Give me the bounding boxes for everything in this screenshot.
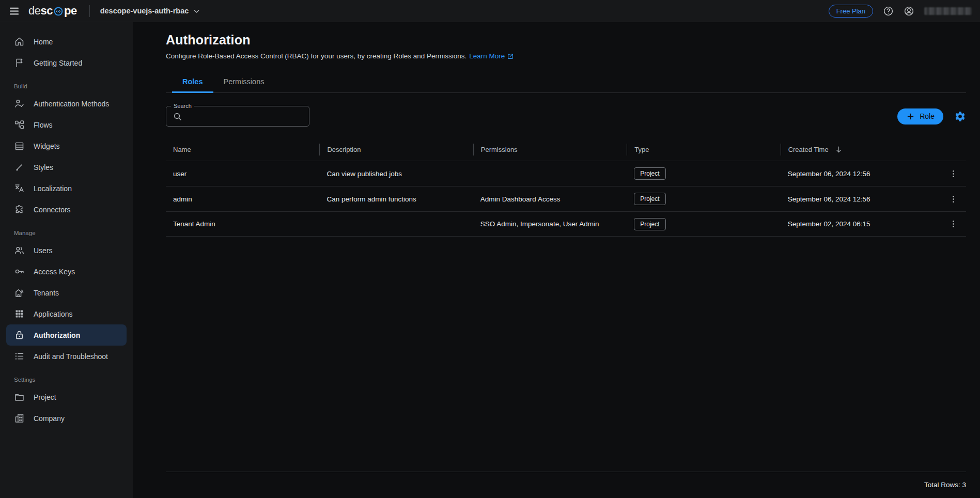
sidebar-item-localization[interactable]: Localization — [6, 178, 127, 199]
add-role-button[interactable]: Role — [897, 108, 943, 125]
cell-type: Project — [627, 193, 780, 205]
topbar-right: Free Plan — [829, 5, 972, 18]
sidebar-item-authorization[interactable]: Authorization — [6, 324, 127, 346]
page-title: Authorization — [166, 33, 966, 48]
search-icon — [173, 112, 182, 121]
project-switcher[interactable]: descope-vuejs-auth-rbac — [100, 7, 201, 15]
roles-table: Name Description Permissions Type Create… — [166, 138, 966, 237]
sidebar-item-label: Users — [34, 246, 53, 255]
row-menu-button[interactable] — [945, 166, 961, 181]
cell-name: Tenant Admin — [166, 220, 319, 228]
cell-description: Can view published jobs — [319, 170, 473, 178]
username-redacted[interactable] — [924, 7, 972, 15]
sidebar-item-label: Home — [34, 38, 53, 46]
sidebar-item-label: Getting Started — [34, 59, 82, 67]
sidebar-item-company[interactable]: Company — [6, 408, 127, 429]
row-menu-button[interactable] — [945, 191, 961, 207]
sidebar-item-flows[interactable]: Flows — [6, 114, 127, 135]
created-time-value: September 06, 2024 12:56 — [788, 170, 870, 178]
project-name: descope-vuejs-auth-rbac — [100, 7, 189, 15]
sidebar: HomeGetting StartedBuildAuthentication M… — [0, 22, 133, 498]
nav-section-label-build: Build — [14, 83, 126, 89]
account-icon[interactable] — [904, 6, 914, 17]
kebab-icon — [948, 219, 958, 229]
created-time-value: September 02, 2024 06:15 — [788, 220, 870, 228]
row-menu-button[interactable] — [945, 216, 961, 232]
sidebar-item-label: Authorization — [34, 331, 80, 339]
sidebar-item-audit-and-troubleshoot[interactable]: Audit and Troubleshoot — [6, 346, 127, 367]
flag-icon — [14, 57, 25, 68]
sidebar-item-label: Tenants — [34, 289, 59, 297]
authorization-icon — [14, 330, 25, 340]
table-header: Name Description Permissions Type Create… — [166, 138, 966, 161]
table-row-admin[interactable]: adminCan perform admin functionsAdmin Da… — [166, 186, 966, 211]
sidebar-item-tenants[interactable]: Tenants — [6, 282, 127, 303]
auth-methods-icon — [14, 98, 25, 109]
project-icon — [14, 392, 25, 402]
sidebar-item-label: Project — [34, 393, 56, 401]
add-role-label: Role — [920, 112, 935, 120]
sidebar-item-label: Company — [34, 414, 65, 423]
audit-icon — [14, 351, 25, 362]
applications-icon — [14, 308, 25, 319]
column-header-type[interactable]: Type — [627, 144, 780, 155]
sidebar-item-getting-started[interactable]: Getting Started — [6, 52, 127, 73]
cell-permissions: Admin Dashboard Access — [473, 195, 627, 203]
sidebar-item-label: Flows — [34, 121, 53, 129]
sidebar-item-access-keys[interactable]: Access Keys — [6, 261, 127, 282]
sidebar-item-users[interactable]: Users — [6, 240, 127, 261]
sidebar-item-styles[interactable]: Styles — [6, 157, 127, 178]
column-header-description[interactable]: Description — [319, 144, 473, 155]
total-rows: Total Rows: 3 — [166, 481, 966, 489]
cell-name: admin — [166, 195, 319, 203]
sidebar-item-label: Localization — [34, 184, 72, 193]
column-header-permissions[interactable]: Permissions — [473, 144, 627, 155]
table-row-user[interactable]: userCan view published jobsProjectSeptem… — [166, 161, 966, 186]
sidebar-item-connectors[interactable]: Connectors — [6, 199, 127, 220]
cell-name: user — [166, 170, 319, 178]
widgets-icon — [14, 141, 25, 151]
sidebar-item-label: Connectors — [34, 206, 71, 214]
column-header-created-time[interactable]: Created Time — [781, 144, 966, 155]
descope-logo[interactable]: desc pe — [28, 4, 77, 18]
sidebar-item-authentication-methods[interactable]: Authentication Methods — [6, 93, 127, 114]
cell-type: Project — [627, 167, 780, 180]
cell-permissions: SSO Admin, Impersonate, User Admin — [473, 220, 627, 228]
sort-desc-arrow-icon — [834, 145, 843, 154]
search-input[interactable] — [187, 112, 303, 121]
home-icon — [14, 36, 25, 47]
connectors-icon — [14, 204, 25, 215]
tab-roles[interactable]: Roles — [172, 73, 213, 92]
kebab-icon — [948, 194, 958, 204]
learn-more-link[interactable]: Learn More — [469, 52, 514, 60]
users-icon — [14, 245, 25, 256]
sidebar-item-widgets[interactable]: Widgets — [6, 135, 127, 157]
sidebar-item-project[interactable]: Project — [6, 386, 127, 408]
type-badge: Project — [634, 218, 665, 230]
chevron-down-icon — [192, 7, 201, 15]
company-icon — [14, 413, 25, 424]
cell-description: Can perform admin functions — [319, 195, 473, 203]
access-keys-icon — [14, 266, 25, 277]
plus-icon — [906, 112, 915, 121]
sidebar-item-label: Access Keys — [34, 268, 75, 276]
table-settings-gear-icon[interactable] — [954, 111, 966, 122]
search-field[interactable]: Search — [166, 106, 309, 127]
created-time-label: Created Time — [788, 146, 829, 153]
free-plan-badge[interactable]: Free Plan — [829, 5, 873, 18]
cell-created-time: September 02, 2024 06:15 — [781, 216, 966, 232]
tab-permissions[interactable]: Permissions — [213, 73, 275, 92]
kebab-icon — [948, 169, 958, 179]
sidebar-item-label: Styles — [34, 163, 53, 172]
sidebar-item-applications[interactable]: Applications — [6, 303, 127, 324]
help-icon[interactable] — [883, 6, 894, 17]
menu-icon[interactable] — [8, 5, 20, 17]
sidebar-item-home[interactable]: Home — [6, 31, 127, 52]
page-subtitle: Configure Role-Based Access Control (RBA… — [166, 52, 966, 60]
subtitle-text: Configure Role-Based Access Control (RBA… — [166, 52, 466, 60]
type-badge: Project — [634, 193, 665, 205]
column-header-name[interactable]: Name — [166, 144, 319, 155]
table-row-tenant-admin[interactable]: Tenant AdminSSO Admin, Impersonate, User… — [166, 211, 966, 237]
tenants-icon — [14, 287, 25, 298]
external-link-icon — [507, 53, 514, 60]
